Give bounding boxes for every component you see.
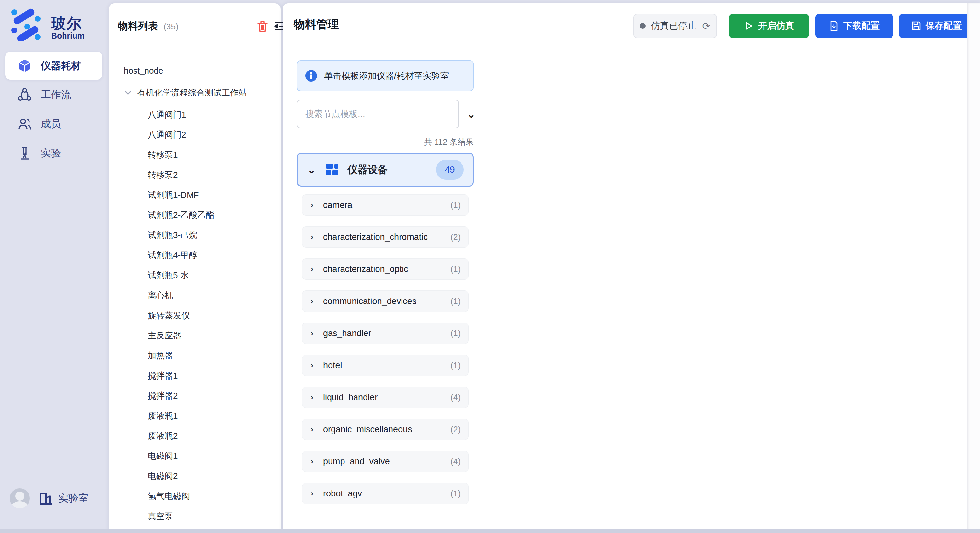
- dashboard-icon: [325, 163, 339, 176]
- sidebar-item-lab[interactable]: 实验室: [38, 491, 89, 506]
- chevron-right-icon: ›: [311, 329, 313, 338]
- materials-count: (35): [163, 22, 178, 32]
- category-count-badge: 49: [436, 160, 464, 180]
- graph-canvas[interactable]: host_no…有机化学流程综合测试工作站 ⋯max_volume: 1000转…: [766, 3, 980, 533]
- avatar[interactable]: [10, 488, 30, 508]
- refresh-icon[interactable]: ⟳: [702, 21, 710, 32]
- sidebar-item-label: 仪器耗材: [41, 59, 81, 73]
- materials-panel: 物料列表 (35) host_node有机化学流程综合测试工作站八通阀门1八通阀…: [109, 3, 281, 533]
- category-count: (2): [450, 425, 460, 434]
- bohrium-logo-icon: [9, 8, 43, 41]
- sidebar-item-4[interactable]: 实验: [5, 139, 102, 167]
- tree-item[interactable]: 转移泵2: [109, 167, 281, 183]
- category-row-robot_agv[interactable]: ›robot_agv(1): [302, 483, 469, 504]
- chevron-right-icon: ›: [311, 265, 313, 274]
- materials-title: 物料列表: [118, 21, 158, 32]
- result-count: 共 112 条结果: [297, 136, 474, 148]
- tree-item[interactable]: 旋转蒸发仪: [109, 307, 281, 324]
- category-row-hotel[interactable]: ›hotel(1): [302, 355, 469, 376]
- tree-item[interactable]: 废液瓶2: [109, 427, 281, 444]
- tree-item[interactable]: 主反应器: [109, 327, 281, 344]
- category-row-characterization_optic[interactable]: ›characterization_optic(1): [302, 259, 469, 280]
- category-name: camera: [323, 200, 352, 210]
- tree-item-station[interactable]: 有机化学流程综合测试工作站: [109, 84, 281, 101]
- category-name: communication_devices: [323, 296, 417, 306]
- category-row-characterization_chromatic[interactable]: ›characterization_chromatic(2): [302, 226, 469, 248]
- chevron-right-icon: ›: [311, 489, 313, 498]
- category-name: robot_agv: [323, 489, 362, 499]
- brand-logo: 玻尔 Bohrium: [9, 8, 103, 43]
- sidebar-item-3[interactable]: 成员: [5, 110, 102, 138]
- category-row-camera[interactable]: ›camera(1): [302, 194, 469, 216]
- info-banner-text: 单击模板添加仪器/耗材至实验室: [324, 70, 449, 82]
- members-icon: [18, 117, 32, 131]
- info-icon: [305, 69, 318, 82]
- tree-item-label: 有机化学流程综合测试工作站: [137, 87, 247, 98]
- tree-item[interactable]: 离心机: [109, 287, 281, 304]
- experiment-icon: [18, 146, 32, 160]
- user-row: 实验室: [0, 488, 109, 514]
- tree-item[interactable]: 电磁阀2: [109, 468, 281, 484]
- play-icon: [744, 21, 754, 31]
- chevron-down-icon[interactable]: ⌄: [467, 108, 476, 121]
- sidebar-item-label: 实验: [41, 146, 61, 160]
- category-row-communication_devices[interactable]: ›communication_devices(1): [302, 290, 469, 312]
- category-name: organic_miscellaneous: [323, 425, 412, 435]
- page-title: 物料管理: [294, 17, 339, 32]
- trash-icon[interactable]: [257, 20, 268, 33]
- chevron-right-icon: ›: [311, 200, 313, 209]
- category-name: pump_and_valve: [323, 457, 390, 466]
- tree-item[interactable]: 搅拌器1: [109, 367, 281, 384]
- chevron-right-icon: ›: [311, 457, 313, 466]
- tree-item[interactable]: 八通阀门1: [109, 106, 281, 123]
- brand-name: 玻尔: [51, 14, 82, 34]
- tree-item[interactable]: 真空泵: [109, 508, 281, 525]
- chevron-right-icon: ›: [311, 425, 313, 434]
- cube-icon: [18, 59, 32, 73]
- category-instruments-label: 仪器设备: [347, 163, 388, 176]
- sim-status-pill[interactable]: 仿真已停止 ⟳: [633, 14, 717, 38]
- category-row-liquid_handler[interactable]: ›liquid_handler(4): [302, 387, 469, 408]
- tree-item-host-node[interactable]: host_node: [109, 62, 281, 79]
- lab-label: 实验室: [58, 492, 89, 505]
- category-count: (1): [450, 200, 460, 210]
- category-row-gas_handler[interactable]: ›gas_handler(1): [302, 322, 469, 344]
- sidebar-item-2[interactable]: 工作流: [5, 81, 102, 109]
- tree-item[interactable]: 加热器: [109, 347, 281, 364]
- category-name: hotel: [323, 360, 342, 370]
- category-count: (4): [450, 393, 460, 402]
- category-count: (4): [450, 457, 460, 466]
- sidebar-item-1[interactable]: 仪器耗材: [5, 52, 102, 80]
- category-row-pump_and_valve[interactable]: ›pump_and_valve(4): [302, 451, 469, 472]
- tree-item[interactable]: 转移泵1: [109, 146, 281, 163]
- tree-item[interactable]: 搅拌器2: [109, 387, 281, 404]
- tree-item[interactable]: 电磁阀1: [109, 447, 281, 464]
- category-instruments[interactable]: ⌄ 仪器设备 49: [297, 153, 474, 187]
- tree-item[interactable]: 试剂瓶2-乙酸乙酯: [109, 206, 281, 224]
- main-panel: 物料管理 仿真已停止 ⟳ 开启仿真 下载配置 保存配置 单击模板添加仪器/耗材至…: [283, 3, 980, 533]
- tree-item[interactable]: 试剂瓶3-己烷: [109, 227, 281, 244]
- brand-subname: Bohrium: [51, 31, 84, 40]
- chevron-right-icon: ›: [311, 361, 313, 370]
- category-count: (1): [450, 361, 460, 370]
- search-box[interactable]: [297, 100, 459, 128]
- category-count: (1): [450, 265, 460, 274]
- chevron-down-icon: [124, 89, 132, 97]
- tree-item[interactable]: 八通阀门2: [109, 126, 281, 143]
- tree-item[interactable]: 试剂瓶1-DMF: [109, 187, 281, 203]
- tree-item[interactable]: 氢气电磁阀: [109, 488, 281, 504]
- tree-item[interactable]: 试剂瓶5-水: [109, 267, 281, 284]
- category-row-organic_miscellaneous[interactable]: ›organic_miscellaneous(2): [302, 419, 469, 440]
- status-dot-icon: [640, 23, 646, 29]
- tree-item[interactable]: 试剂瓶4-甲醇: [109, 247, 281, 263]
- edges-layer: [967, 3, 980, 533]
- chevron-right-icon: ›: [311, 393, 313, 402]
- sidebar-item-label: 成员: [41, 117, 61, 131]
- category-count: (1): [450, 489, 460, 498]
- chevron-down-icon: ⌄: [307, 164, 316, 176]
- tree-item[interactable]: 废液瓶1: [109, 408, 281, 424]
- search-input[interactable]: [305, 109, 448, 119]
- workflow-icon: [18, 88, 32, 102]
- category-count: (2): [450, 233, 460, 242]
- template-panel: 单击模板添加仪器/耗材至实验室 ⌄ 共 112 条结果 ⌄ 仪器设备 49 ›c…: [292, 52, 480, 531]
